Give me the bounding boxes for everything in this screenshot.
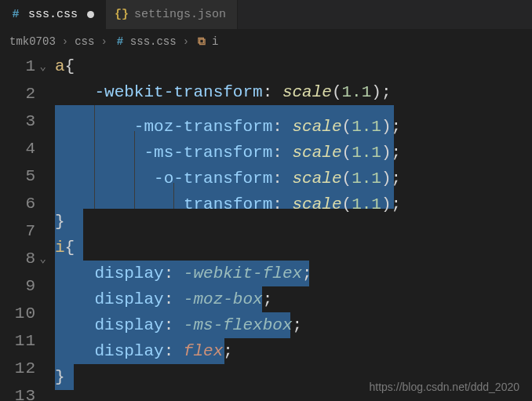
tab-settings-json[interactable]: {} settings.json [106,0,238,29]
watermark: https://blog.csdn.net/ddd_2020 [370,381,519,393]
tab-label: settings.json [134,8,226,21]
line-number: 2 [0,81,47,108]
line-number: 7 [0,218,47,246]
crumb-label: i [212,35,218,48]
breadcrumb: tmk0703 › css › # sss.css › ⧉ i [0,30,532,53]
json-file-icon: {} [115,8,128,21]
line-number: 11 [0,328,47,355]
code-line[interactable]: i{ [55,235,532,261]
line-number: 9 [0,273,47,301]
code-line[interactable]: a{ [55,53,532,79]
symbol-icon: ⧉ [195,35,208,48]
code-line[interactable]: -webkit-transform: scale(1.1); [55,79,532,105]
line-number: 6 [0,191,47,218]
code-content[interactable]: a{ -webkit-transform: scale(1.1); -moz-t… [55,53,532,401]
css-file-icon: # [9,8,22,21]
line-number: 10 [0,301,47,328]
dirty-indicator-icon [87,11,94,18]
crumb-folder[interactable]: css [75,35,94,48]
crumb-symbol[interactable]: ⧉ i [195,35,218,48]
chevron-right-icon: › [183,35,189,48]
tab-bar: # sss.css {} settings.json [0,0,532,30]
code-line[interactable]: display: -webkit-flex; [55,261,532,286]
line-number: 1⌄ [0,53,47,81]
line-number: 4 [0,136,47,163]
line-number: 8⌄ [0,246,47,273]
fold-chevron-icon[interactable]: ⌄ [39,54,47,80]
line-number: 13 [0,383,47,401]
code-line[interactable]: display: -moz-box; [55,286,532,312]
crumb-label: sss.css [130,35,177,48]
fold-chevron-icon[interactable]: ⌄ [39,246,47,272]
chevron-right-icon: › [100,35,107,48]
tab-label: sss.css [28,8,78,21]
code-line[interactable]: -moz-transform: scale(1.1); [55,105,532,131]
chevron-right-icon: › [62,35,68,48]
crumb-file[interactable]: # sss.css [114,35,177,48]
code-line[interactable]: display: -ms-flexbox; [55,312,532,338]
crumb-folder[interactable]: tmk0703 [9,35,56,48]
code-editor[interactable]: 1⌄2 3 4 5 6 7 8⌄9 10 11 12 13 a{ -webkit… [0,53,532,401]
tab-sss-css[interactable]: # sss.css [0,0,106,29]
line-number-gutter: 1⌄2 3 4 5 6 7 8⌄9 10 11 12 13 [0,53,55,401]
css-file-icon: # [114,35,126,48]
line-number: 5 [0,163,47,191]
line-number: 3 [0,108,47,136]
code-line[interactable]: display: flex; [55,338,532,364]
line-number: 12 [0,355,47,383]
